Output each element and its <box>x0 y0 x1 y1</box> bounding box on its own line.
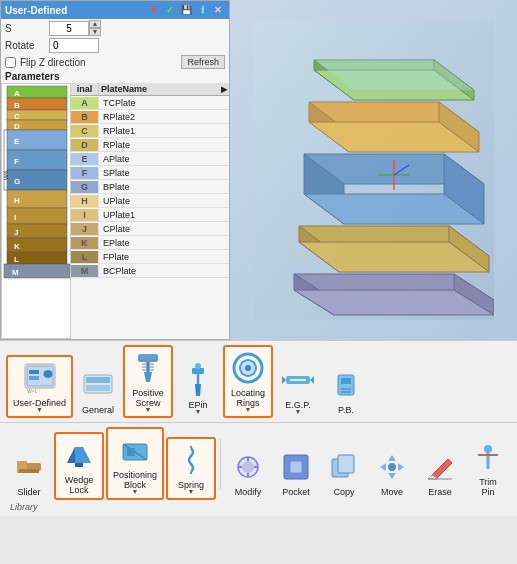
info-icon[interactable]: ℹ <box>195 3 209 17</box>
tool-spring[interactable]: Spring ▼ <box>166 437 216 500</box>
plate-row[interactable]: JCPlate <box>71 222 229 236</box>
tool-general[interactable]: General <box>75 364 121 418</box>
svg-marker-81 <box>310 376 314 384</box>
svg-text:B: B <box>14 101 20 110</box>
plate-row[interactable]: IUPlate1 <box>71 208 229 222</box>
s-spin-up[interactable]: ▲ <box>89 20 101 28</box>
tool-copy-label: Copy <box>334 487 355 497</box>
toolbar-separator <box>220 439 221 489</box>
plate-name: TCPlate <box>99 97 229 109</box>
save-icon[interactable]: 💾 <box>179 3 193 17</box>
main-container: User-Defined ✕ ✓ 💾 ℹ ✕ S 5 ▲ ▼ <box>0 0 517 564</box>
trim-pin-icon <box>470 439 506 475</box>
rotate-row: Rotate 0 <box>1 37 229 54</box>
plate-letter: K <box>71 237 99 249</box>
tool-move-label: Move <box>381 487 403 497</box>
spring-icon <box>173 442 209 478</box>
positive-screw-icon <box>130 350 166 386</box>
plate-table: inal PlateName ▶ ATCPlateBRPlate2CRPlate… <box>71 83 229 339</box>
plate-row[interactable]: GBPlate <box>71 180 229 194</box>
plate-row[interactable]: EAPlate <box>71 152 229 166</box>
flip-z-checkbox[interactable] <box>5 57 16 68</box>
plate-name: CPlate <box>99 223 229 235</box>
s-input[interactable]: 5 <box>49 21 89 36</box>
s-row: S 5 ▲ ▼ <box>1 19 229 37</box>
top-section: User-Defined ✕ ✓ 💾 ℹ ✕ S 5 ▲ ▼ <box>0 0 517 340</box>
svg-rect-58 <box>29 376 39 380</box>
refresh-button[interactable]: Refresh <box>181 55 225 69</box>
check-icon[interactable]: ✓ <box>163 3 177 17</box>
tool-positive-screw[interactable]: PositiveScrew ▼ <box>123 345 173 418</box>
plate-row[interactable]: DRPlate <box>71 138 229 152</box>
tool-wedge-lock[interactable]: WedgeLock <box>54 432 104 500</box>
plate-row[interactable]: FSPlate <box>71 166 229 180</box>
slider-icon <box>11 449 47 485</box>
plate-rows-container: ATCPlateBRPlate2CRPlate1DRPlateEAPlateFS… <box>71 96 229 278</box>
plate-letter: D <box>71 139 99 151</box>
svg-text:G: G <box>14 177 20 186</box>
rotate-label: Rotate <box>5 40 45 51</box>
tool-move[interactable]: Move <box>369 446 415 500</box>
tool-user-defined[interactable]: W×L User-Defined ▼ <box>6 355 73 418</box>
tool-positive-screw-label: PositiveScrew <box>132 388 164 408</box>
tool-epin[interactable]: EPin ▼ <box>175 359 221 418</box>
close-x-icon[interactable]: ✕ <box>147 3 161 17</box>
plate-row[interactable]: LFPlate <box>71 250 229 264</box>
plate-name: BPlate <box>99 181 229 193</box>
plate-name: APlate <box>99 153 229 165</box>
plate-row[interactable]: MBCPlate <box>71 264 229 278</box>
toolbar-row-1: W×L User-Defined ▼ General <box>6 345 511 418</box>
tool-trim-pin[interactable]: TrimPin <box>465 436 511 500</box>
tool-epin-arrow: ▼ <box>195 408 202 415</box>
tool-pb[interactable]: P.B. <box>323 364 369 418</box>
copy-icon <box>326 449 362 485</box>
toolbar-section-2: Slider WedgeLock <box>0 422 517 516</box>
plate-row[interactable]: CRPlate1 <box>71 124 229 138</box>
tool-pocket[interactable]: Pocket <box>273 446 319 500</box>
svg-rect-66 <box>138 354 158 362</box>
col-arrow-icon[interactable]: ▶ <box>221 85 227 94</box>
plate-row[interactable]: BRPlate2 <box>71 110 229 124</box>
tool-egp[interactable]: E.G.P. ▼ <box>275 359 321 418</box>
plate-letter: C <box>71 125 99 137</box>
plate-letter: E <box>71 153 99 165</box>
svg-text:F: F <box>14 157 19 166</box>
rotate-input[interactable]: 0 <box>49 38 99 53</box>
panel-title: User-Defined <box>5 5 67 16</box>
plate-row[interactable]: HUPlate <box>71 194 229 208</box>
tool-erase[interactable]: Erase <box>417 446 463 500</box>
svg-marker-108 <box>388 455 396 461</box>
tool-positioning-block-label: PositioningBlock <box>113 470 157 490</box>
svg-rect-84 <box>341 378 351 384</box>
plate-row[interactable]: ATCPlate <box>71 96 229 110</box>
plate-letter: J <box>71 223 99 235</box>
svg-text:D: D <box>14 122 20 131</box>
user-defined-icon: W×L <box>22 360 58 396</box>
svg-text:A: A <box>14 89 20 98</box>
svg-rect-57 <box>29 370 39 374</box>
tool-slider[interactable]: Slider <box>6 446 52 500</box>
tool-locating-rings[interactable]: LocatingRings ▼ <box>223 345 273 418</box>
tool-locating-rings-label: LocatingRings <box>231 388 265 408</box>
svg-text:H: H <box>14 196 20 205</box>
tool-positioning-block[interactable]: PositioningBlock ▼ <box>106 427 164 500</box>
plate-name: RPlate1 <box>99 125 229 137</box>
svg-point-99 <box>242 461 254 473</box>
toolbar-section-1: W×L User-Defined ▼ General <box>0 340 517 422</box>
svg-marker-74 <box>195 384 201 396</box>
window-close-icon[interactable]: ✕ <box>211 3 225 17</box>
plate-name: RPlate <box>99 139 229 151</box>
svg-rect-63 <box>86 377 110 383</box>
svg-text:C: C <box>14 112 20 121</box>
flip-z-row: Flip Z direction Refresh <box>1 54 229 70</box>
s-spinbox: 5 ▲ ▼ <box>49 20 101 36</box>
s-spin-down[interactable]: ▼ <box>89 28 101 36</box>
tool-modify[interactable]: Modify <box>225 446 271 500</box>
svg-marker-110 <box>380 463 386 471</box>
plate-letter: F <box>71 167 99 179</box>
svg-text:K: K <box>14 242 20 251</box>
plate-row[interactable]: KEPlate <box>71 236 229 250</box>
tool-trim-pin-label: TrimPin <box>479 477 497 497</box>
tool-copy[interactable]: Copy <box>321 446 367 500</box>
svg-point-78 <box>245 365 251 371</box>
